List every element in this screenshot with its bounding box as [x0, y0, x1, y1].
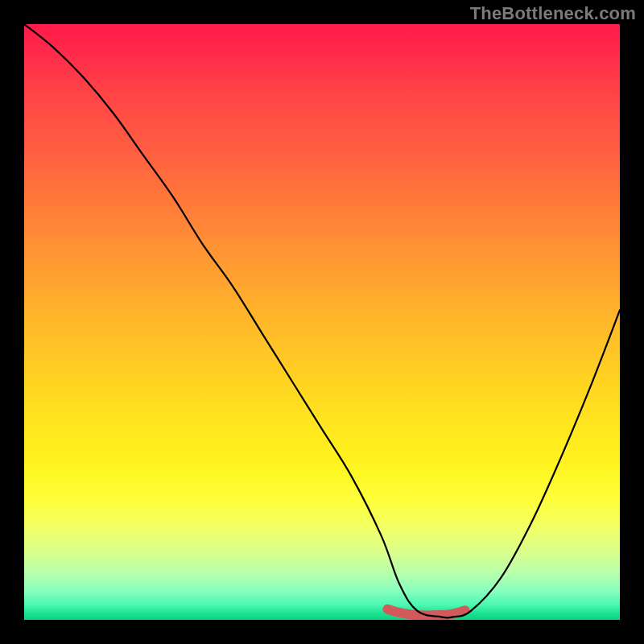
- plot-area: [24, 24, 620, 620]
- watermark-text: TheBottleneck.com: [470, 3, 636, 24]
- curve-layer: [24, 24, 620, 620]
- chart-canvas: TheBottleneck.com: [0, 0, 644, 644]
- bottleneck-curve: [24, 24, 620, 617]
